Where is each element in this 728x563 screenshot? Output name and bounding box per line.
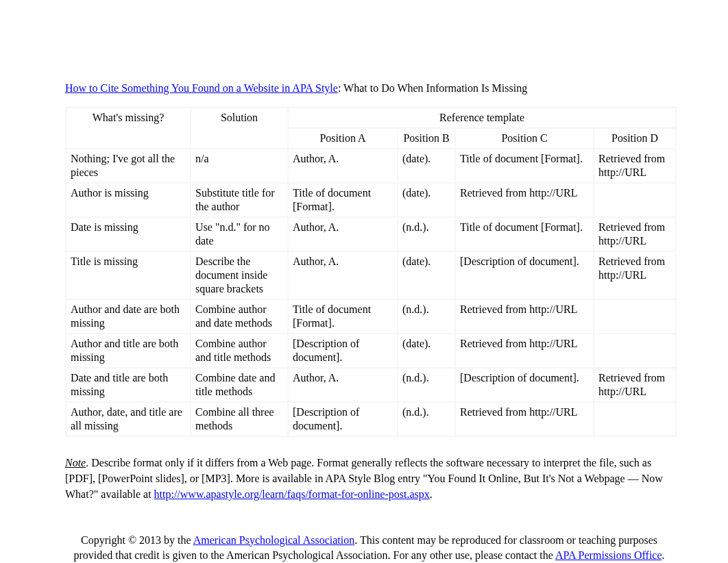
cell-pos-d [594, 334, 675, 367]
table-row: Author and title are both missing Combin… [66, 334, 675, 367]
cell-pos-a: Author, A. [289, 368, 397, 401]
copyright-paragraph: Copyright © 2013 by the American Psychol… [65, 533, 673, 563]
page-title-line: How to Cite Something You Found on a Web… [65, 82, 673, 95]
note-label: Note [65, 457, 86, 468]
title-link[interactable]: How to Cite Something You Found on a Web… [65, 82, 338, 94]
cell-pos-c: Retrieved from http://URL [456, 334, 593, 367]
cell-pos-a: [Description of document]. [289, 334, 397, 367]
header-missing: What's missing? [66, 108, 190, 148]
cell-pos-d [594, 300, 675, 333]
cell-pos-c: Retrieved from http://URL [456, 184, 593, 216]
cell-pos-d [594, 403, 675, 436]
cell-solution: Combine author and title methods [191, 334, 287, 367]
header-pos-c: Position C [456, 129, 593, 148]
cell-pos-c: Retrieved from http://URL [456, 300, 593, 333]
cell-pos-b: (date). [398, 334, 454, 367]
cell-solution: Combine all three methods [191, 403, 287, 436]
reference-table: What's missing? Solution Reference templ… [65, 107, 677, 437]
cell-pos-b: (n.d.). [398, 300, 454, 333]
cell-pos-c: Title of document [Format]. [456, 149, 593, 182]
cell-solution: Use "n.d." for no date [191, 218, 287, 251]
note-paragraph: Note. Describe format only if it differs… [65, 455, 673, 503]
cell-pos-a: Author, A. [289, 252, 397, 299]
cell-pos-a: Title of document [Format]. [289, 184, 397, 216]
header-pos-d: Position D [594, 129, 675, 148]
table-row: Date and title are both missing Combine … [66, 368, 675, 401]
cell-pos-c: [Description of document]. [456, 368, 593, 401]
copyright-link-apa[interactable]: American Psychological Association [193, 534, 355, 546]
cell-pos-a: Title of document [Format]. [289, 300, 397, 333]
cell-pos-b: (date). [398, 149, 454, 182]
cell-missing: Author and date are both missing [66, 300, 190, 333]
cell-missing: Author, date, and title are all missing [66, 403, 190, 436]
table-row: Author and date are both missing Combine… [66, 300, 675, 333]
cell-solution: Describe the document inside square brac… [191, 252, 287, 299]
copyright-pre: Copyright © 2013 by the [81, 534, 193, 546]
cell-pos-c: Title of document [Format]. [456, 218, 593, 251]
cell-missing: Nothing; I've got all the pieces [66, 149, 190, 182]
cell-pos-b: (date). [398, 252, 454, 299]
cell-solution: n/a [191, 149, 287, 182]
note-body-2: . [430, 488, 433, 500]
cell-missing: Date and title are both missing [66, 368, 190, 401]
cell-missing: Date is missing [66, 218, 190, 251]
cell-pos-d [594, 184, 675, 216]
cell-pos-d: Retrieved from http://URL [594, 149, 675, 182]
cell-pos-a: Author, A. [289, 218, 397, 251]
cell-missing: Author and title are both missing [66, 334, 190, 367]
cell-solution: Combine date and title methods [191, 368, 287, 401]
cell-pos-a: Author, A. [289, 149, 397, 182]
cell-pos-b: (n.d.). [398, 403, 454, 436]
copyright-link-permissions[interactable]: APA Permissions Office [555, 549, 662, 561]
cell-pos-c: [Description of document]. [456, 252, 593, 299]
cell-missing: Title is missing [66, 252, 190, 299]
cell-pos-d: Retrieved from http://URL [594, 218, 675, 251]
cell-pos-b: (n.d.). [398, 368, 454, 401]
cell-pos-b: (n.d.). [398, 218, 454, 251]
note-link[interactable]: http://www.apastyle.org/learn/faqs/forma… [154, 488, 430, 500]
cell-pos-c: Retrieved from http://URL [456, 403, 593, 436]
header-pos-b: Position B [398, 129, 454, 148]
cell-solution: Substitute title for the author [191, 184, 287, 216]
cell-pos-d: Retrieved from http://URL [594, 368, 675, 401]
table-row: Nothing; I've got all the pieces n/a Aut… [66, 149, 675, 182]
table-row: Author is missing Substitute title for t… [66, 184, 675, 216]
cell-solution: Combine author and date methods [191, 300, 287, 333]
cell-pos-a: [Description of document]. [289, 403, 397, 436]
header-template-span: Reference template [289, 108, 675, 127]
cell-missing: Author is missing [66, 184, 190, 216]
header-pos-a: Position A [289, 129, 397, 148]
header-solution: Solution [191, 108, 287, 148]
copyright-post: . [662, 549, 665, 561]
table-row: Author, date, and title are all missing … [66, 403, 675, 436]
cell-pos-b: (date). [398, 184, 454, 216]
table-row: Title is missing Describe the document i… [66, 252, 675, 299]
title-suffix: : What to Do When Information Is Missing [338, 82, 527, 94]
cell-pos-d: Retrieved from http://URL [594, 252, 675, 299]
table-row: Date is missing Use "n.d." for no date A… [66, 218, 675, 251]
